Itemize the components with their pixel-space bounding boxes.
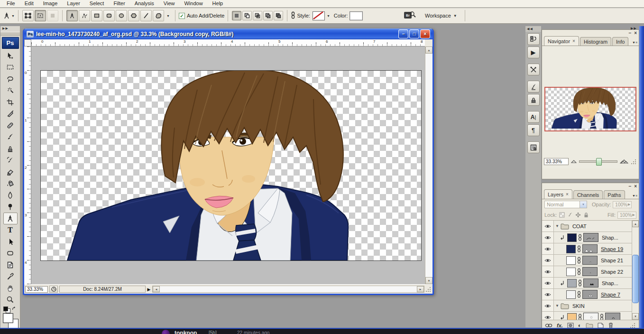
visibility-toggle[interactable] <box>542 289 554 300</box>
tool-notes[interactable] <box>3 259 18 271</box>
visibility-toggle[interactable] <box>542 232 554 243</box>
shape-layers-button[interactable] <box>22 10 34 21</box>
current-tool-pen-icon[interactable]: ▼ <box>3 12 15 19</box>
vector-mask-thumbnail[interactable] <box>582 244 598 253</box>
chevron-down-icon[interactable]: ▼ <box>453 14 457 18</box>
tool-spot-healing-brush[interactable] <box>3 120 18 131</box>
tool-brush[interactable] <box>3 131 18 143</box>
paths-button[interactable] <box>35 10 46 21</box>
layer-row[interactable]: Shape 21 <box>542 255 639 266</box>
zoom-in-icon[interactable] <box>620 158 628 165</box>
combine-shape-button[interactable] <box>274 11 283 20</box>
scroll-right-icon[interactable]: ► <box>417 286 424 292</box>
visibility-toggle[interactable] <box>542 278 554 288</box>
navigator-zoom-slider[interactable] <box>579 160 617 163</box>
tab-paths[interactable]: Paths <box>604 190 625 199</box>
vertical-ruler[interactable]: 0 1 2 3 4 <box>24 46 31 284</box>
tool-zoom[interactable] <box>3 294 18 306</box>
layer-row[interactable]: Shap... <box>542 278 639 289</box>
actions-panel-icon[interactable]: ▶ <box>527 46 540 58</box>
tools-drag-handle[interactable] <box>0 32 20 36</box>
scroll-up-icon[interactable]: ▲ <box>632 221 639 227</box>
panel-minimize-icon[interactable]: – <box>629 31 632 36</box>
color-swatch[interactable] <box>350 11 363 20</box>
menu-help[interactable]: Help <box>208 0 228 7</box>
timing-icon[interactable] <box>49 286 58 293</box>
swap-colors-icon[interactable] <box>12 306 17 311</box>
blend-mode-select[interactable]: Normal ▼ <box>544 201 587 208</box>
layer-row[interactable]: Shape 22 <box>542 266 639 278</box>
layer-color-thumbnail[interactable] <box>566 268 576 276</box>
layer-color-thumbnail[interactable] <box>567 279 577 288</box>
visibility-toggle[interactable] <box>542 312 554 320</box>
layer-row[interactable]: Shape 7 <box>542 289 639 300</box>
layer-row-group[interactable]: ▼ SKIN <box>542 300 639 312</box>
intersect-shape-button[interactable] <box>253 11 262 20</box>
tab-navigator[interactable]: Navigator × <box>544 36 579 46</box>
paragraph-panel-icon[interactable]: ¶ <box>527 124 540 136</box>
menu-layer[interactable]: Layer <box>62 0 85 7</box>
scroll-down-icon[interactable]: ▼ <box>632 313 639 320</box>
zoom-level-field[interactable]: 33.33% <box>25 286 48 293</box>
add-layer-mask-icon[interactable] <box>567 323 574 328</box>
layer-color-thumbnail[interactable] <box>567 233 577 242</box>
auto-add-delete-checkbox[interactable]: ✓ <box>179 13 185 19</box>
visibility-toggle[interactable] <box>542 255 554 266</box>
tool-magic-wand[interactable] <box>3 85 18 97</box>
close-button[interactable]: × <box>420 29 430 38</box>
panel-resize-grip[interactable] <box>631 158 637 165</box>
menu-edit[interactable]: Edit <box>20 0 38 7</box>
menu-select[interactable]: Select <box>85 0 109 7</box>
style-swatch[interactable] <box>313 11 325 20</box>
expand-triangle-icon[interactable]: ▼ <box>555 304 559 308</box>
scroll-left-icon[interactable]: ◄ <box>153 286 160 292</box>
horizontal-ruler[interactable]: 0 1 2 3 4 5 6 7 8 <box>31 39 425 46</box>
rectangle-tool-button[interactable] <box>91 10 102 21</box>
go-to-bridge-button[interactable]: Br <box>404 11 418 20</box>
layer-style-button[interactable]: fx. <box>557 323 563 328</box>
tool-paint-bucket[interactable] <box>3 178 18 190</box>
layer-color-thumbnail[interactable] <box>566 245 576 253</box>
lock-all-icon[interactable] <box>583 212 589 218</box>
tab-histogram[interactable]: Histogram <box>580 37 611 46</box>
clone-source-panel-icon[interactable] <box>527 94 540 106</box>
layer-comps-panel-icon[interactable] <box>527 141 540 153</box>
foreground-color-swatch[interactable] <box>3 313 13 323</box>
layer-mask-thumbnail[interactable] <box>583 313 598 320</box>
tool-history-brush[interactable] <box>3 155 18 167</box>
tool-eyedropper[interactable] <box>3 271 18 283</box>
rounded-rectangle-tool-button[interactable] <box>103 10 115 21</box>
tab-layers[interactable]: Layers × <box>544 189 572 199</box>
tool-move[interactable] <box>3 50 18 62</box>
freeform-pen-tool-button[interactable] <box>79 10 90 21</box>
tool-shape[interactable] <box>3 248 18 260</box>
lock-transparency-icon[interactable] <box>559 212 565 218</box>
vector-mask-thumbnail[interactable] <box>582 290 598 299</box>
menu-file[interactable]: File <box>2 0 20 7</box>
menu-window[interactable]: Window <box>179 0 207 7</box>
tool-path-selection[interactable] <box>3 236 18 248</box>
tool-clone-stamp[interactable] <box>3 143 18 155</box>
vector-mask-thumbnail[interactable] <box>583 278 598 288</box>
tool-dodge[interactable] <box>3 201 18 213</box>
link-layers-icon[interactable] <box>545 323 552 328</box>
ellipse-tool-button[interactable] <box>116 10 127 21</box>
layer-row[interactable]: Shape 19 <box>542 243 639 255</box>
expand-triangle-icon[interactable]: ▼ <box>555 224 559 228</box>
add-to-shape-button[interactable] <box>232 11 241 20</box>
custom-shape-tool-button[interactable] <box>153 10 164 21</box>
layer-color-thumbnail[interactable] <box>566 290 576 299</box>
tool-slice[interactable] <box>3 108 18 120</box>
brushes-panel-icon[interactable] <box>527 81 540 93</box>
horizontal-scrollbar[interactable]: ◄ ► <box>152 286 424 293</box>
scroll-up-icon[interactable]: ▲ <box>425 46 432 54</box>
layer-color-thumbnail[interactable] <box>567 313 577 320</box>
visibility-toggle[interactable] <box>542 266 554 277</box>
tool-presets-panel-icon[interactable] <box>527 64 540 75</box>
panel-close-icon[interactable]: × <box>634 31 637 36</box>
tab-close-icon[interactable]: × <box>566 192 569 197</box>
new-group-icon[interactable] <box>586 323 593 328</box>
tab-close-icon[interactable]: × <box>572 38 575 44</box>
menu-filter[interactable]: Filter <box>109 0 129 7</box>
exclude-shape-button[interactable] <box>263 11 273 20</box>
